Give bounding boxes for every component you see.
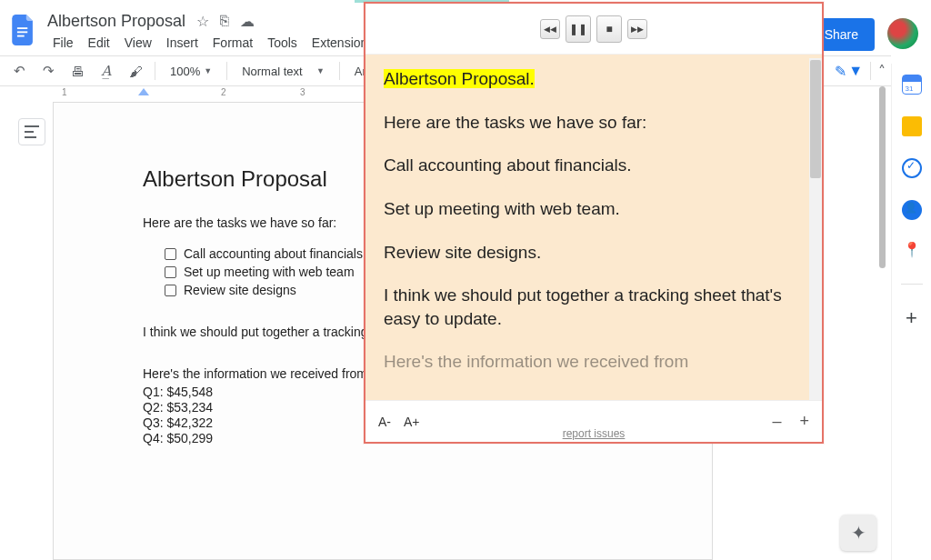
move-icon[interactable]: ⎘: [220, 13, 229, 29]
menu-bar: File Edit View Insert Format Tools Exten…: [47, 34, 410, 54]
reader-line: Review site designs.: [384, 241, 804, 265]
cloud-status-icon[interactable]: ☁: [240, 13, 255, 30]
keep-icon[interactable]: [902, 116, 922, 136]
side-panel: +: [891, 64, 931, 560]
reader-scrollbar-thumb[interactable]: [810, 60, 821, 178]
paint-format-icon[interactable]: 🖌: [124, 59, 147, 83]
svg-marker-3: [138, 88, 149, 95]
reader-footer: A- A+ – + report issues: [365, 400, 822, 442]
editing-mode-button[interactable]: ✎ ▼: [835, 63, 863, 80]
calendar-icon[interactable]: [902, 75, 922, 95]
menu-view[interactable]: View: [119, 34, 157, 54]
document-title[interactable]: Albertson Proposal: [47, 12, 185, 31]
divider: [226, 62, 227, 80]
reader-line: I think we should put together a trackin…: [384, 284, 804, 330]
chevron-down-icon: ▼: [204, 66, 212, 75]
collapse-toolbar-icon[interactable]: ˄: [878, 63, 886, 80]
redo-icon[interactable]: ↷: [36, 59, 60, 83]
explore-button[interactable]: ✦: [840, 515, 876, 551]
add-addon-icon[interactable]: +: [906, 306, 917, 330]
svg-rect-4: [25, 125, 39, 127]
task-label: Review site designs: [184, 283, 296, 297]
ruler-mark: 2: [221, 87, 226, 97]
ruler-mark: 1: [62, 87, 67, 97]
chevron-down-icon: ▼: [316, 66, 325, 75]
style-value: Normal text: [242, 65, 302, 78]
menu-edit[interactable]: Edit: [83, 34, 115, 54]
divider: [901, 284, 923, 285]
checkbox-icon[interactable]: [165, 248, 176, 260]
contacts-icon[interactable]: [902, 200, 922, 220]
document-scrollbar-thumb[interactable]: [879, 86, 886, 268]
tasks-icon[interactable]: [902, 158, 922, 178]
spellcheck-icon[interactable]: A̲: [95, 59, 118, 83]
docs-logo-icon[interactable]: [7, 10, 40, 50]
account-avatar[interactable]: [887, 18, 918, 49]
screen-reader-panel: ◀◀ ❚❚ ■ ▶▶ Albertson Proposal. Here are …: [364, 2, 824, 444]
maps-icon[interactable]: [902, 242, 922, 262]
reader-current-line: Albertson Proposal.: [384, 69, 535, 88]
reader-line: Set up meeting with web team.: [384, 197, 804, 221]
reader-line: Call accounting about financials.: [384, 154, 804, 177]
menu-insert[interactable]: Insert: [161, 34, 204, 54]
menu-file[interactable]: File: [47, 34, 79, 54]
reader-controls: ◀◀ ❚❚ ■ ▶▶: [365, 4, 822, 55]
pause-button[interactable]: ❚❚: [566, 15, 591, 43]
report-issues-link[interactable]: report issues: [365, 427, 822, 440]
reader-scrollbar[interactable]: [809, 58, 822, 400]
svg-rect-2: [17, 35, 25, 37]
task-label: Set up meeting with web team: [184, 265, 355, 279]
paragraph-style-select[interactable]: Normal text ▼: [235, 65, 332, 78]
checkbox-icon[interactable]: [165, 266, 176, 278]
menu-tools[interactable]: Tools: [262, 34, 303, 54]
divider: [339, 62, 340, 80]
indent-marker-icon[interactable]: [138, 86, 149, 97]
ruler-mark: 3: [300, 87, 305, 97]
chevron-down-icon: ▼: [848, 63, 863, 79]
zoom-select[interactable]: 100%▼: [163, 65, 219, 78]
svg-rect-0: [17, 27, 27, 29]
task-label: Call accounting about financials: [184, 246, 363, 261]
svg-rect-6: [25, 136, 36, 138]
undo-icon[interactable]: ↶: [7, 59, 31, 83]
pencil-icon: ✎: [835, 63, 846, 80]
divider: [155, 62, 155, 80]
reader-text-area[interactable]: Albertson Proposal. Here are the tasks w…: [365, 55, 822, 400]
zoom-value: 100%: [170, 65, 200, 78]
star-icon[interactable]: ☆: [196, 13, 209, 30]
share-label: Share: [825, 27, 858, 42]
outline-toggle-button[interactable]: [18, 118, 45, 145]
svg-rect-1: [17, 31, 27, 33]
reader-line: Here's the information we received from: [384, 350, 804, 374]
reader-line: Here are the tasks we have so far:: [384, 111, 804, 135]
divider: [870, 62, 871, 80]
rewind-button[interactable]: ◀◀: [540, 19, 560, 39]
checkbox-icon[interactable]: [165, 285, 176, 296]
print-icon[interactable]: 🖶: [65, 59, 89, 83]
forward-button[interactable]: ▶▶: [627, 19, 647, 39]
stop-button[interactable]: ■: [596, 15, 622, 43]
svg-rect-5: [25, 131, 34, 133]
menu-format[interactable]: Format: [207, 34, 258, 54]
